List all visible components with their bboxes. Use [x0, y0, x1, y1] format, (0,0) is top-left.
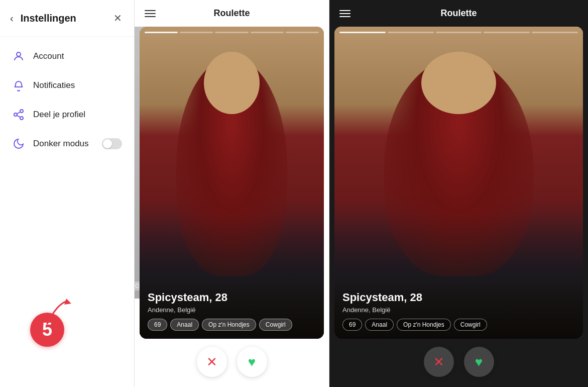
badge-container: 5	[30, 313, 64, 347]
roulette-panel-dark: Roulette Spicysteam, 28 Andenne, België	[329, 0, 588, 387]
darkmode-toggle[interactable]	[102, 138, 122, 149]
hamburger-line-d1	[339, 10, 350, 11]
sidebar-menu: Account Notificaties	[0, 37, 134, 387]
hamburger-line-2	[145, 13, 156, 14]
sidebar-item-account[interactable]: Account	[0, 42, 134, 71]
light-header: Roulette	[135, 0, 329, 27]
share-label: Deel je profiel	[33, 110, 85, 120]
person-icon	[12, 50, 25, 63]
svg-marker-6	[64, 299, 71, 305]
action-buttons-light: ✕ ♥	[135, 339, 329, 387]
figure-head-dark	[421, 52, 496, 114]
moon-icon	[12, 137, 25, 150]
sidebar-item-notifications[interactable]: Notificaties	[0, 71, 134, 100]
account-label: Account	[33, 51, 64, 61]
hamburger-line-d3	[339, 16, 350, 17]
arrow-indicator	[42, 299, 72, 329]
share-icon	[12, 108, 25, 121]
tags-row-light: 69 Anaal Op z'n Hondjes Cowgirl	[148, 319, 316, 331]
card-container-light: Cowgirl Spicystea	[135, 27, 329, 339]
progress-dot-d1	[339, 32, 386, 33]
header-left: ‹ Instellingen	[8, 11, 76, 26]
dark-header: Roulette	[329, 0, 588, 27]
dislike-button-dark[interactable]: ✕	[424, 347, 454, 377]
tag-hondjes-light: Op z'n Hondjes	[202, 319, 256, 331]
tag-anaal-dark: Anaal	[365, 319, 394, 331]
progress-dot-d2	[388, 32, 434, 33]
progress-dot-5	[286, 32, 319, 33]
profile-location-light: Andenne, België	[148, 306, 316, 314]
progress-dot-3	[215, 32, 248, 33]
tag-cowgirl-light: Cowgirl	[259, 319, 292, 331]
dislike-button-light[interactable]: ✕	[197, 347, 227, 377]
profile-card-light[interactable]: Spicysteam, 28 Andenne, België 69 Anaal …	[140, 27, 324, 339]
hamburger-menu-light[interactable]	[143, 8, 158, 19]
figure-head	[204, 52, 259, 114]
hamburger-menu-dark[interactable]	[337, 8, 352, 19]
close-button[interactable]: ✕	[111, 10, 124, 26]
like-button-light[interactable]: ♥	[237, 347, 267, 377]
progress-dot-d4	[484, 32, 530, 33]
settings-sidebar: ‹ Instellingen ✕ Account Notific	[0, 0, 135, 387]
card-info-dark: Spicysteam, 28 Andenne, België 69 Anaal …	[334, 283, 583, 339]
profile-name-dark: Spicysteam, 28	[342, 291, 575, 304]
hamburger-line-1	[145, 10, 156, 11]
progress-dot-d5	[532, 32, 578, 33]
card-info-light: Spicysteam, 28 Andenne, België 69 Anaal …	[140, 283, 324, 339]
roulette-title-dark: Roulette	[441, 8, 477, 19]
svg-point-1	[20, 110, 23, 113]
svg-point-3	[20, 117, 23, 120]
profile-location-dark: Andenne, België	[342, 306, 575, 314]
darkmode-label: Donker modus	[33, 139, 89, 149]
tags-row-dark: 69 Anaal Op z'n Hondjes Cowgirl	[342, 319, 575, 331]
back-button[interactable]: ‹	[8, 11, 16, 26]
svg-point-2	[14, 113, 17, 116]
roulette-title-light: Roulette	[214, 8, 250, 19]
progress-dot-d3	[436, 32, 482, 33]
card-container-dark: Spicysteam, 28 Andenne, België 69 Anaal …	[329, 27, 588, 339]
sidebar-title: Instellingen	[21, 13, 76, 24]
svg-line-4	[17, 116, 21, 118]
tag-anaal-light: Anaal	[170, 319, 199, 331]
profile-name-light: Spicysteam, 28	[148, 291, 316, 304]
svg-point-0	[17, 52, 21, 56]
bell-icon	[12, 79, 25, 92]
progress-dot-2	[180, 32, 213, 33]
hamburger-line-d2	[339, 13, 350, 14]
hamburger-line-3	[145, 16, 156, 17]
tag-hondjes-dark: Op z'n Hondjes	[397, 319, 451, 331]
tag-69-dark: 69	[342, 319, 362, 331]
action-buttons-dark: ✕ ♥	[329, 339, 588, 387]
progress-dot-1	[145, 32, 178, 33]
roulette-panel-light: Roulette Cowgirl	[135, 0, 329, 387]
svg-line-5	[17, 112, 21, 114]
tag-69-light: 69	[148, 319, 167, 331]
card-progress-dark	[339, 32, 578, 33]
notifications-label: Notificaties	[33, 80, 75, 90]
profile-card-dark[interactable]: Spicysteam, 28 Andenne, België 69 Anaal …	[334, 27, 583, 339]
sidebar-item-share[interactable]: Deel je profiel	[0, 100, 134, 129]
tag-cowgirl-dark: Cowgirl	[454, 319, 487, 331]
progress-dot-4	[251, 32, 284, 33]
like-button-dark[interactable]: ♥	[464, 347, 494, 377]
card-progress-light	[145, 32, 319, 33]
sidebar-header: ‹ Instellingen ✕	[0, 0, 134, 37]
sidebar-item-darkmode[interactable]: Donker modus	[0, 129, 134, 158]
